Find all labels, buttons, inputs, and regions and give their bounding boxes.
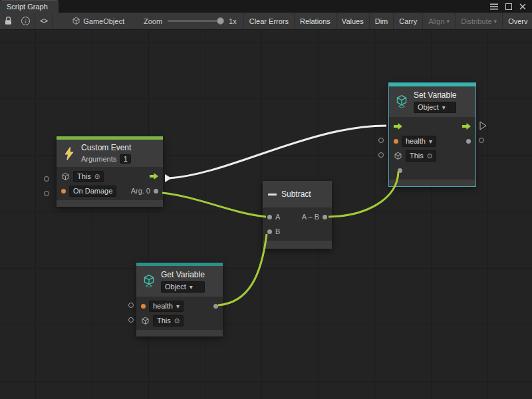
input-a-label: A — [275, 213, 280, 221]
arg-output-label: Arg. 0 — [131, 187, 150, 195]
arg-output-port[interactable] — [154, 189, 158, 194]
variable-scope-dropdown[interactable]: Object ▾ — [414, 102, 456, 113]
event-name-field[interactable]: On Damage — [69, 186, 116, 197]
flow-in-port[interactable] — [394, 123, 402, 130]
clear-errors-button[interactable]: Clear Errors — [243, 13, 294, 29]
zoom-control: Zoom 1x — [144, 17, 243, 25]
variable-name-dropdown[interactable]: health ▾ — [402, 136, 436, 147]
node-title: Get Variable — [161, 270, 205, 279]
gameobject-reference[interactable]: GameObject — [67, 13, 129, 29]
value-input-port[interactable] — [398, 168, 402, 173]
string-port[interactable] — [394, 139, 398, 144]
node-title: Subtract — [281, 190, 311, 199]
distribute-button: Distribute▾ — [455, 13, 502, 29]
zoom-value: 1x — [229, 17, 237, 25]
chevron-down-icon: ▾ — [429, 137, 432, 146]
string-port[interactable] — [61, 189, 66, 194]
flow-out-port[interactable] — [462, 123, 471, 130]
target-picker-icon[interactable]: ⊙ — [174, 317, 180, 325]
value-output-port[interactable] — [213, 304, 218, 309]
custom-event-header[interactable]: Custom Event Arguments 1 — [57, 140, 163, 167]
target-port-row: This ⊙ — [136, 313, 223, 328]
set-variable-header[interactable]: <> Set Variable Object ▾ — [389, 86, 475, 117]
node-subtract[interactable]: Subtract A A – B B — [263, 181, 332, 249]
flow-out-port[interactable] — [150, 173, 158, 180]
lock-icon[interactable] — [0, 13, 17, 29]
output-label: A – B — [302, 213, 319, 221]
node-footer — [57, 200, 163, 207]
target-picker-icon[interactable]: ⊙ — [94, 172, 100, 181]
tab-script-graph[interactable]: Script Graph — [0, 0, 59, 13]
values-button[interactable]: Values — [336, 13, 369, 29]
target-field[interactable]: This ⊙ — [153, 315, 184, 327]
arguments-label: Arguments — [81, 155, 116, 163]
tab-bar: Script Graph — [0, 0, 532, 13]
code-preview-icon[interactable]: <> — [35, 13, 52, 29]
result-port[interactable] — [323, 215, 327, 219]
value-input-row — [389, 163, 475, 178]
node-footer — [389, 180, 475, 186]
toolbar-buttons: Clear Errors Relations Values Dim Carry … — [243, 13, 532, 29]
zoom-slider[interactable] — [168, 20, 223, 22]
node-set-variable[interactable]: <> Set Variable Object ▾ health ▾ — [389, 83, 475, 186]
script-graph-window: Script Graph i <> GameObject — [0, 0, 532, 399]
subtract-header[interactable]: Subtract — [263, 181, 332, 207]
variable-cube-icon: <> — [142, 274, 156, 289]
close-icon[interactable] — [519, 3, 526, 10]
variable-name-row: health ▾ — [136, 299, 223, 313]
target-port-row: This ⊙ — [389, 148, 475, 163]
input-a-row: A A – B — [263, 209, 332, 224]
chevron-down-icon: ▾ — [176, 302, 180, 311]
toolbar-separator — [52, 13, 53, 29]
dim-button[interactable]: Dim — [369, 13, 394, 29]
chevron-down-icon: ▾ — [442, 103, 446, 112]
string-port[interactable] — [141, 304, 146, 309]
input-b-row: B — [263, 224, 332, 239]
node-footer — [136, 330, 223, 336]
event-name-row: On Damage Arg. 0 — [57, 184, 163, 198]
variable-scope-dropdown[interactable]: Object ▾ — [161, 281, 205, 293]
lightning-icon — [62, 146, 76, 161]
target-field[interactable]: This ⊙ — [73, 171, 104, 182]
carry-button[interactable]: Carry — [393, 13, 422, 29]
variable-cube-icon: <> — [394, 94, 409, 109]
node-title: Custom Event — [81, 143, 131, 152]
align-button: Align▾ — [422, 13, 455, 29]
window-controls — [490, 0, 532, 13]
value-output-port[interactable] — [466, 139, 471, 144]
get-variable-header[interactable]: <> Get Variable Object ▾ — [136, 266, 223, 297]
cube-icon — [61, 172, 70, 181]
graph-toolbar: i <> GameObject Zoom 1x Clear Errors Rel… — [0, 13, 532, 30]
relations-button[interactable]: Relations — [294, 13, 336, 29]
chevron-down-icon: ▾ — [494, 18, 497, 25]
node-custom-event[interactable]: Custom Event Arguments 1 This ⊙ — [57, 136, 163, 207]
input-b-port[interactable] — [267, 229, 272, 234]
chevron-down-icon: ▾ — [190, 283, 193, 291]
chevron-down-icon: ▾ — [447, 18, 450, 25]
input-a-port[interactable] — [267, 215, 272, 219]
minus-icon — [268, 194, 277, 196]
target-field[interactable]: This ⊙ — [406, 150, 436, 162]
arguments-field[interactable]: 1 — [120, 154, 131, 164]
variable-name-dropdown[interactable]: health ▾ — [149, 301, 184, 312]
gameobject-label: GameObject — [83, 17, 124, 25]
node-title: Set Variable — [414, 90, 456, 100]
target-port-row: This ⊙ — [57, 169, 163, 184]
node-footer — [263, 241, 332, 249]
node-get-variable[interactable]: <> Get Variable Object ▾ health ▾ — [136, 263, 223, 336]
tab-label: Script Graph — [7, 3, 48, 11]
svg-text:<>: <> — [146, 283, 152, 289]
flow-port-row — [389, 119, 475, 134]
window-dock-icon[interactable] — [505, 3, 512, 10]
overview-button[interactable]: Overv — [502, 13, 532, 29]
svg-text:<>: <> — [398, 104, 405, 109]
zoom-label: Zoom — [144, 17, 162, 25]
input-b-label: B — [275, 227, 280, 235]
window-menu-icon[interactable] — [490, 3, 498, 10]
target-picker-icon[interactable]: ⊙ — [427, 152, 432, 160]
info-icon[interactable]: i — [17, 13, 35, 29]
cube-icon — [141, 317, 150, 325]
zoom-slider-thumb[interactable] — [217, 17, 224, 25]
variable-name-row: health ▾ — [389, 134, 475, 148]
cube-icon — [394, 152, 402, 160]
